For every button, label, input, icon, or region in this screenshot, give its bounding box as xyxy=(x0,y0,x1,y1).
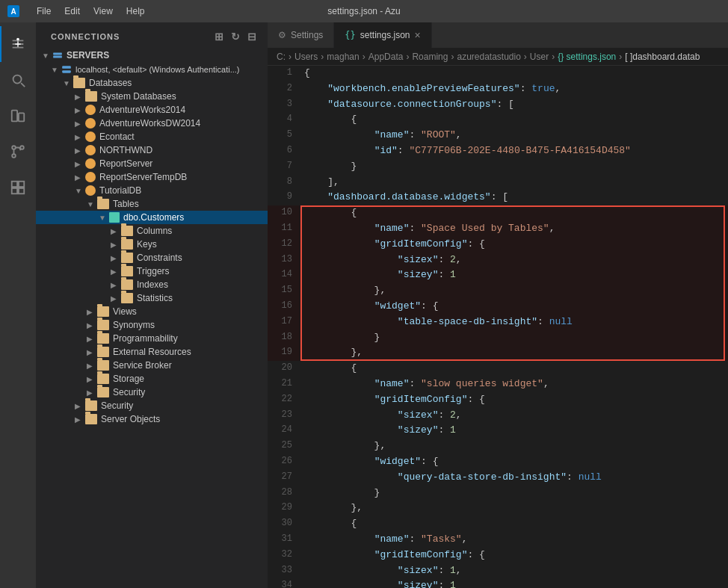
settings-json-tab-close[interactable]: × xyxy=(415,29,421,41)
external-resources-item[interactable]: ▶ External Resources xyxy=(36,345,268,359)
app-icon: A xyxy=(7,5,19,17)
views-item[interactable]: ▶ Views xyxy=(36,305,268,318)
db-adventureworksdw2014[interactable]: ▶ AdventureWorksDW2014 xyxy=(36,117,268,130)
activity-extensions[interactable] xyxy=(0,170,36,205)
server-label: localhost, <default> (Windows Authentica… xyxy=(75,65,240,74)
line-content: "gridItemConfig": { xyxy=(301,548,728,563)
tutorialdb-icon xyxy=(85,185,96,196)
line-content: "sizey": 1 xyxy=(301,578,728,588)
code-line: 16 "widget": { xyxy=(268,299,728,315)
activity-explorer[interactable] xyxy=(0,98,36,134)
db-adventureworks2014[interactable]: ▶ AdventureWorks2014 xyxy=(36,103,268,117)
svg-point-1 xyxy=(13,75,22,84)
service-broker-chevron: ▶ xyxy=(87,362,97,370)
refresh-icon[interactable]: ↻ xyxy=(229,30,242,43)
reportserver-chevron: ▶ xyxy=(75,160,85,168)
new-connection-icon[interactable]: ⊞ xyxy=(212,30,226,43)
code-line: 21 "name": "slow queries widget", xyxy=(268,377,728,392)
external-resources-label: External Resources xyxy=(113,347,191,357)
columns-item[interactable]: ▶ Columns xyxy=(36,224,268,238)
db-security-folder-icon xyxy=(97,387,109,397)
code-editor[interactable]: 1{2 "workbench.enablePreviewFeatures": t… xyxy=(268,66,728,588)
line-number: 4 xyxy=(268,112,301,128)
svg-point-5 xyxy=(12,146,16,149)
storage-chevron: ▶ xyxy=(87,375,97,383)
server-objects-item[interactable]: ▶ Server Objects xyxy=(36,412,268,426)
tab-settings[interactable]: ⚙ Settings xyxy=(268,22,334,48)
code-line: 1{ xyxy=(268,66,728,81)
server-item[interactable]: ▼ localhost, <default> (Windows Authenti… xyxy=(36,63,268,76)
code-line: 19 }, xyxy=(268,345,728,361)
menu-edit[interactable]: Edit xyxy=(58,4,86,18)
db-econtact[interactable]: ▶ Econtact xyxy=(36,130,268,143)
line-content: } xyxy=(301,159,728,175)
customers-chevron: ▼ xyxy=(99,214,109,222)
programmability-item[interactable]: ▶ Programmability xyxy=(36,332,268,345)
triggers-item[interactable]: ▶ Triggers xyxy=(36,264,268,278)
activity-git[interactable] xyxy=(0,134,36,170)
table-dbo-customers[interactable]: ▼ dbo.Customers xyxy=(36,211,268,224)
menu-bar: File Edit View Help xyxy=(31,4,151,18)
collapse-icon[interactable]: ⊟ xyxy=(245,30,259,43)
tab-settings-json[interactable]: {} settings.json × xyxy=(334,22,431,48)
columns-chevron: ▶ xyxy=(111,227,121,235)
line-content: }, xyxy=(301,283,728,299)
line-content: ], xyxy=(301,175,728,191)
menu-file[interactable]: File xyxy=(31,4,57,18)
db-northwnd[interactable]: ▶ NORTHWND xyxy=(36,143,268,157)
views-label: Views xyxy=(113,306,137,317)
line-number: 31 xyxy=(268,532,301,548)
statistics-item[interactable]: ▶ Statistics xyxy=(36,291,268,305)
line-content: "gridItemConfig": { xyxy=(301,392,728,408)
svg-rect-4 xyxy=(19,113,24,121)
system-db-icon xyxy=(85,91,97,102)
security-item[interactable]: ▶ Security xyxy=(36,399,268,412)
db-reportserver[interactable]: ▶ ReportServer xyxy=(36,157,268,170)
db-security-label: Security xyxy=(113,387,145,397)
code-line: 7 } xyxy=(268,159,728,175)
tables-item[interactable]: ▼ Tables xyxy=(36,197,268,211)
activity-search[interactable] xyxy=(0,62,36,98)
db-reportserver-label: ReportServer xyxy=(99,158,152,169)
storage-item[interactable]: ▶ Storage xyxy=(36,372,268,386)
keys-item[interactable]: ▶ Keys xyxy=(36,238,268,251)
keys-chevron: ▶ xyxy=(111,241,121,249)
code-line: 9 "dashboard.database.widgets": [ xyxy=(268,190,728,205)
security-chevron: ▶ xyxy=(75,402,85,410)
line-content: "sizex": 2, xyxy=(301,408,728,424)
code-line: 20 { xyxy=(268,361,728,377)
connections-header: CONNECTIONS ⊞ ↻ ⊟ xyxy=(36,22,268,48)
tables-label: Tables xyxy=(113,199,139,209)
constraints-item[interactable]: ▶ Constraints xyxy=(36,251,268,264)
constraints-label: Constraints xyxy=(137,253,182,263)
line-content: "name": "ROOT", xyxy=(301,128,728,143)
reportservertempdb-chevron: ▶ xyxy=(75,173,85,182)
line-number: 9 xyxy=(268,190,301,205)
line-number: 10 xyxy=(268,205,301,221)
table-icon xyxy=(109,212,120,223)
service-broker-item[interactable]: ▶ Service Broker xyxy=(36,359,268,372)
indexes-item[interactable]: ▶ Indexes xyxy=(36,278,268,291)
triggers-chevron: ▶ xyxy=(111,267,121,276)
databases-item[interactable]: ▼ Databases xyxy=(36,76,268,90)
svg-rect-9 xyxy=(19,182,24,187)
db-security-item[interactable]: ▶ Security xyxy=(36,386,268,399)
customers-label: dbo.Customers xyxy=(123,212,184,223)
aw2014-chevron: ▶ xyxy=(75,106,85,114)
menu-help[interactable]: Help xyxy=(120,4,151,18)
system-databases-item[interactable]: ▶ System Databases xyxy=(36,90,268,103)
title-bar-left: A File Edit View Help xyxy=(7,4,151,18)
db-reportservertempdb[interactable]: ▶ ReportServerTempDB xyxy=(36,170,268,184)
code-line: 3 "datasource.connectionGroups": [ xyxy=(268,97,728,113)
line-content: }, xyxy=(301,501,728,516)
line-content: "id": "C777F06B-202E-4480-B475-FA416154D… xyxy=(301,143,728,159)
db-tutorialdb[interactable]: ▼ TutorialDB xyxy=(36,184,268,197)
servers-section[interactable]: ▼ SERVERS xyxy=(36,48,268,63)
line-number: 23 xyxy=(268,408,301,424)
db-icon xyxy=(85,172,96,182)
code-line: 31 "name": "Tasks", xyxy=(268,532,728,548)
line-number: 14 xyxy=(268,267,301,283)
activity-connections[interactable] xyxy=(0,26,36,62)
synonyms-item[interactable]: ▶ Synonyms xyxy=(36,318,268,332)
menu-view[interactable]: View xyxy=(87,4,119,18)
